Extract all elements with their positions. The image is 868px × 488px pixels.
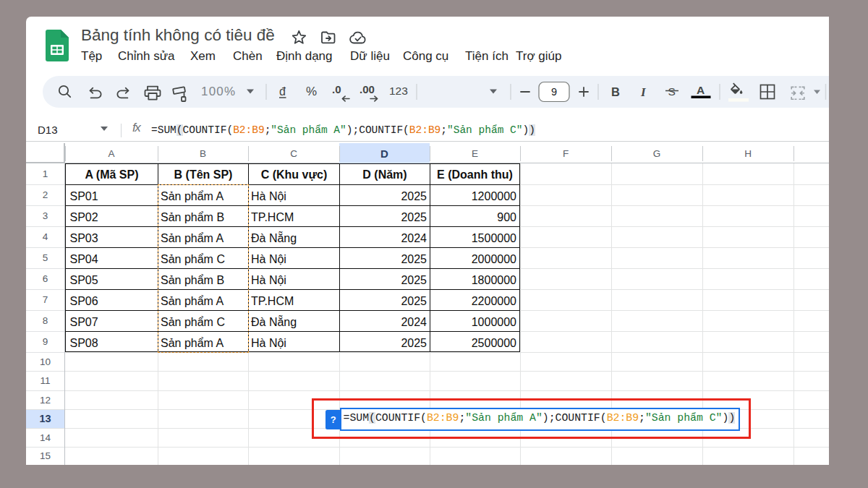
svg-text:đ: đ [279,85,286,98]
svg-text:123: 123 [389,85,408,97]
svg-text:B: B [611,85,620,98]
svg-text:.0: .0 [332,83,341,95]
svg-text:S: S [668,85,676,98]
svg-text:A: A [697,84,705,96]
svg-text:I: I [640,85,647,99]
svg-text:9: 9 [551,86,557,98]
svg-text:.00: .00 [359,83,375,95]
svg-text:100%: 100% [201,85,236,98]
svg-text:%: % [306,85,317,98]
